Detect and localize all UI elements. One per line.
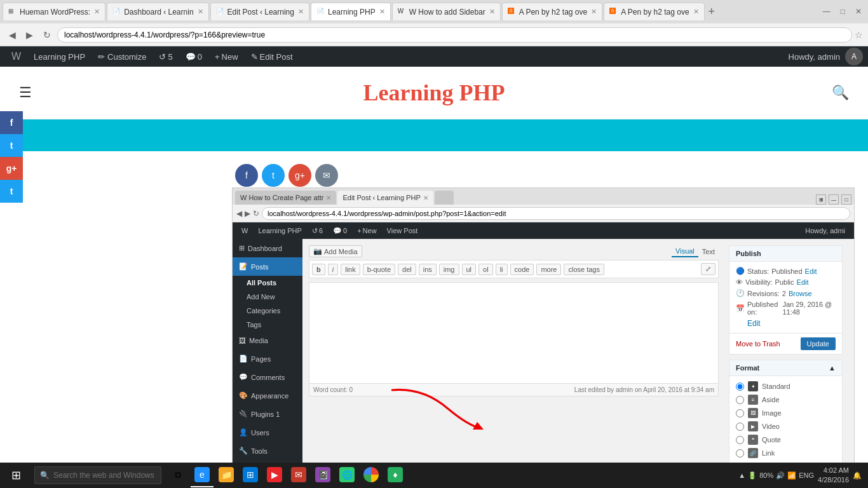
img-button[interactable]: img (439, 264, 459, 275)
inner-sidebar-tools[interactable]: 🔧 Tools (233, 442, 302, 460)
inner-sidebar-dashboard[interactable]: ⊞ Dashboard (233, 239, 302, 257)
inner-sidebar-appearance[interactable]: 🎨 Appearance (233, 386, 302, 405)
text-tab[interactable]: Text (698, 246, 719, 257)
inner-sidebar-posts[interactable]: 📝 Posts (233, 257, 302, 276)
inner-tab-1[interactable]: W How to Create Page attr ✕ (235, 191, 336, 205)
taskbar-search[interactable]: 🔍 (34, 466, 161, 484)
browser-tab-7[interactable]: 🅰 A Pen by h2 tag ove ✕ (604, 3, 704, 20)
taskbar-app-app4[interactable]: ▶ (263, 463, 286, 487)
inner-wp-logo[interactable]: W (236, 222, 253, 239)
minimize-button[interactable]: — (819, 4, 834, 18)
social-circle-googleplus[interactable]: g+ (288, 164, 311, 187)
tab-close-7[interactable]: ✕ (693, 8, 699, 16)
browser-tab-6[interactable]: 🅰 A Pen by h2 tag ove ✕ (502, 3, 602, 20)
ul-button[interactable]: ul (462, 264, 477, 275)
taskbar-app-app5[interactable]: ✉ (287, 463, 310, 487)
revisions-browse-link[interactable]: Browse (789, 290, 812, 297)
back-button[interactable]: ◀ (5, 27, 20, 43)
italic-button[interactable]: i (328, 264, 338, 275)
inner-sidebar-categories[interactable]: Categories (233, 304, 302, 318)
refresh-button[interactable]: ↻ (39, 27, 55, 43)
ins-button[interactable]: ins (419, 264, 437, 275)
inner-wp-new[interactable]: + New (352, 222, 381, 239)
inner-address-bar[interactable] (262, 207, 850, 220)
taskbar-app-chrome[interactable] (360, 463, 383, 487)
inner-maximize-button[interactable]: □ (841, 194, 851, 205)
code-button[interactable]: code (510, 264, 534, 275)
ol-button[interactable]: ol (478, 264, 493, 275)
notification-center-icon[interactable]: 🔔 (853, 471, 862, 480)
wp-logo[interactable]: W (5, 46, 27, 67)
tab-close-6[interactable]: ✕ (591, 8, 597, 16)
format-radio-video[interactable] (736, 423, 744, 431)
tab-close-4[interactable]: ✕ (379, 8, 385, 16)
start-button[interactable]: ⊞ (0, 463, 32, 488)
social-circle-facebook[interactable]: f (235, 164, 258, 187)
inner-tab-close-2[interactable]: ✕ (423, 194, 428, 201)
editor-content-area[interactable] (309, 282, 719, 384)
browser-tab-3[interactable]: 📄 Edit Post ‹ Learning ✕ (210, 3, 309, 20)
inner-sidebar-comments[interactable]: 💬 Comments (233, 368, 302, 386)
tab-close-3[interactable]: ✕ (298, 8, 304, 16)
inner-sidebar-add-new[interactable]: Add New (233, 290, 302, 304)
inner-sidebar-media[interactable]: 🖼 Media (233, 332, 302, 349)
update-button[interactable]: Update (801, 337, 836, 350)
site-search-icon[interactable]: 🔍 (832, 85, 849, 101)
address-bar[interactable] (57, 27, 852, 43)
inner-wp-comments[interactable]: 💬 0 (328, 222, 352, 239)
add-media-button[interactable]: 📷 Add Media (309, 245, 362, 257)
taskbar-app-ie[interactable]: e (191, 463, 214, 487)
tab-close-2[interactable]: ✕ (198, 8, 203, 16)
bquote-button[interactable]: b-quote (363, 264, 395, 275)
format-radio-aside[interactable] (736, 396, 744, 404)
inner-tab-3[interactable] (435, 191, 454, 205)
taskbar-app-taskview[interactable]: ⧉ (166, 463, 189, 487)
maximize-button[interactable]: □ (837, 4, 849, 18)
li-button[interactable]: li (496, 264, 508, 275)
social-sidebar-googleplus[interactable]: g+ (0, 157, 23, 180)
admin-bar-comments[interactable]: 💬 0 (179, 46, 208, 67)
format-radio-quote[interactable] (736, 436, 744, 444)
expand-editor-button[interactable]: ⤢ (701, 263, 715, 275)
admin-avatar[interactable]: A (845, 48, 863, 65)
admin-bar-customize[interactable]: ✏ Customize (92, 46, 153, 67)
inner-sidebar-plugins[interactable]: 🔌 Plugins 1 (233, 405, 302, 423)
published-date-edit-link[interactable]: Edit (747, 319, 761, 328)
bold-button[interactable]: b (312, 264, 325, 275)
hamburger-menu-icon[interactable]: ☰ (19, 85, 32, 101)
visual-tab[interactable]: Visual (672, 246, 698, 257)
browser-tab-2[interactable]: 📄 Dashboard ‹ Learnin ✕ (107, 3, 208, 20)
social-sidebar-twitter2[interactable]: t (0, 180, 23, 203)
admin-bar-site[interactable]: Learning PHP (27, 46, 92, 67)
taskbar-search-input[interactable] (53, 471, 156, 480)
close-button[interactable]: ✕ (851, 4, 865, 18)
forward-button[interactable]: ▶ (22, 27, 37, 43)
more-button[interactable]: more (536, 264, 561, 275)
inner-forward-button[interactable]: ▶ (245, 209, 250, 218)
del-button[interactable]: del (398, 264, 416, 275)
inner-wp-view-post[interactable]: View Post (382, 222, 423, 239)
inner-sidebar-all-posts[interactable]: All Posts (233, 276, 302, 290)
visibility-edit-link[interactable]: Edit (797, 278, 809, 286)
move-to-trash-link[interactable]: Move to Trash (736, 340, 780, 348)
inner-wp-updates[interactable]: ↺ 6 (307, 222, 328, 239)
inner-refresh-button[interactable]: ↻ (253, 209, 259, 218)
inner-tab-2[interactable]: Edit Post ‹ Learning PHP ✕ (337, 191, 433, 205)
taskbar-app-app6[interactable]: 📓 (311, 463, 334, 487)
social-circle-email[interactable]: ✉ (315, 164, 338, 187)
inner-minimize-button[interactable]: — (829, 194, 839, 205)
format-box-toggle[interactable]: ▲ (829, 364, 836, 372)
browser-tab-5[interactable]: W W How to add Sidebar ✕ (392, 3, 501, 20)
tab-close-5[interactable]: ✕ (489, 8, 495, 16)
format-radio-standard[interactable] (736, 383, 744, 391)
inner-sidebar-pages[interactable]: 📄 Pages (233, 349, 302, 368)
admin-bar-edit-post[interactable]: ✎ Edit Post (245, 46, 299, 67)
close-tags-button[interactable]: close tags (564, 264, 604, 275)
inner-sidebar-tags[interactable]: Tags (233, 318, 302, 332)
taskbar-app-explorer[interactable]: 📁 (215, 463, 238, 487)
status-edit-link[interactable]: Edit (805, 268, 817, 275)
browser-tab-4[interactable]: 📄 Learning PHP ✕ (311, 3, 391, 20)
inner-wp-site[interactable]: Learning PHP (253, 222, 307, 239)
inner-tab-close-1[interactable]: ✕ (326, 194, 331, 201)
admin-bar-updates[interactable]: ↺ 5 (153, 46, 179, 67)
